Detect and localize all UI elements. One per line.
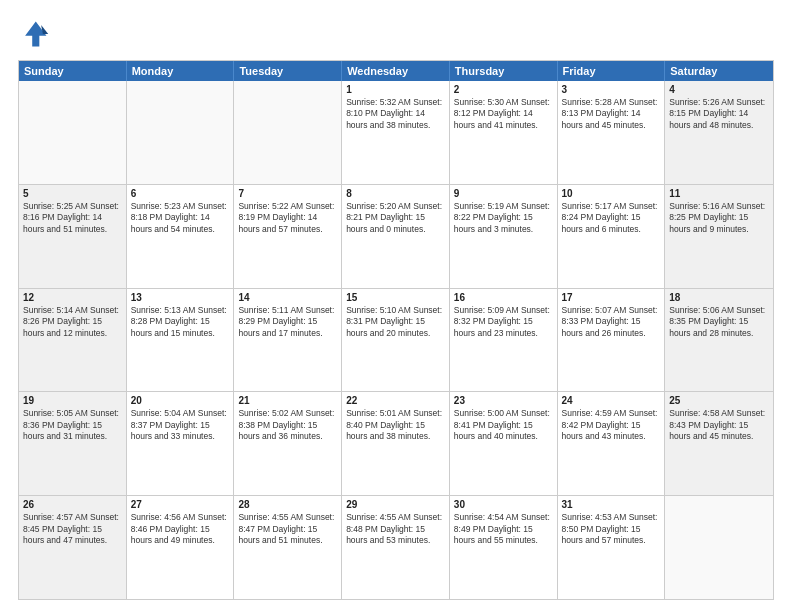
day-number: 22 xyxy=(346,395,445,406)
calendar-day: 7Sunrise: 5:22 AM Sunset: 8:19 PM Daylig… xyxy=(234,185,342,288)
calendar-day: 8Sunrise: 5:20 AM Sunset: 8:21 PM Daylig… xyxy=(342,185,450,288)
calendar-day: 12Sunrise: 5:14 AM Sunset: 8:26 PM Dayli… xyxy=(19,289,127,392)
day-number: 7 xyxy=(238,188,337,199)
day-info: Sunrise: 5:11 AM Sunset: 8:29 PM Dayligh… xyxy=(238,305,337,339)
logo-icon xyxy=(18,18,50,50)
calendar-day: 24Sunrise: 4:59 AM Sunset: 8:42 PM Dayli… xyxy=(558,392,666,495)
day-number: 10 xyxy=(562,188,661,199)
day-info: Sunrise: 4:55 AM Sunset: 8:48 PM Dayligh… xyxy=(346,512,445,546)
day-number: 11 xyxy=(669,188,769,199)
day-info: Sunrise: 5:04 AM Sunset: 8:37 PM Dayligh… xyxy=(131,408,230,442)
calendar-body: 1Sunrise: 5:32 AM Sunset: 8:10 PM Daylig… xyxy=(19,81,773,599)
day-info: Sunrise: 5:06 AM Sunset: 8:35 PM Dayligh… xyxy=(669,305,769,339)
day-info: Sunrise: 5:22 AM Sunset: 8:19 PM Dayligh… xyxy=(238,201,337,235)
day-number: 26 xyxy=(23,499,122,510)
calendar-day: 17Sunrise: 5:07 AM Sunset: 8:33 PM Dayli… xyxy=(558,289,666,392)
day-number: 1 xyxy=(346,84,445,95)
day-info: Sunrise: 5:28 AM Sunset: 8:13 PM Dayligh… xyxy=(562,97,661,131)
day-number: 8 xyxy=(346,188,445,199)
day-number: 12 xyxy=(23,292,122,303)
day-number: 31 xyxy=(562,499,661,510)
page: SundayMondayTuesdayWednesdayThursdayFrid… xyxy=(0,0,792,612)
calendar-day: 4Sunrise: 5:26 AM Sunset: 8:15 PM Daylig… xyxy=(665,81,773,184)
calendar-day xyxy=(127,81,235,184)
calendar-day: 26Sunrise: 4:57 AM Sunset: 8:45 PM Dayli… xyxy=(19,496,127,599)
calendar-day: 18Sunrise: 5:06 AM Sunset: 8:35 PM Dayli… xyxy=(665,289,773,392)
day-info: Sunrise: 4:54 AM Sunset: 8:49 PM Dayligh… xyxy=(454,512,553,546)
calendar-day xyxy=(234,81,342,184)
day-of-week-tuesday: Tuesday xyxy=(234,61,342,81)
day-number: 5 xyxy=(23,188,122,199)
day-number: 2 xyxy=(454,84,553,95)
day-number: 19 xyxy=(23,395,122,406)
day-of-week-sunday: Sunday xyxy=(19,61,127,81)
day-number: 20 xyxy=(131,395,230,406)
calendar-day: 2Sunrise: 5:30 AM Sunset: 8:12 PM Daylig… xyxy=(450,81,558,184)
day-info: Sunrise: 4:57 AM Sunset: 8:45 PM Dayligh… xyxy=(23,512,122,546)
calendar-day: 9Sunrise: 5:19 AM Sunset: 8:22 PM Daylig… xyxy=(450,185,558,288)
calendar-day: 31Sunrise: 4:53 AM Sunset: 8:50 PM Dayli… xyxy=(558,496,666,599)
calendar-day: 6Sunrise: 5:23 AM Sunset: 8:18 PM Daylig… xyxy=(127,185,235,288)
day-of-week-friday: Friday xyxy=(558,61,666,81)
calendar-week-1: 1Sunrise: 5:32 AM Sunset: 8:10 PM Daylig… xyxy=(19,81,773,184)
day-number: 14 xyxy=(238,292,337,303)
calendar-day: 13Sunrise: 5:13 AM Sunset: 8:28 PM Dayli… xyxy=(127,289,235,392)
calendar-week-5: 26Sunrise: 4:57 AM Sunset: 8:45 PM Dayli… xyxy=(19,495,773,599)
day-info: Sunrise: 5:05 AM Sunset: 8:36 PM Dayligh… xyxy=(23,408,122,442)
day-of-week-monday: Monday xyxy=(127,61,235,81)
day-info: Sunrise: 5:26 AM Sunset: 8:15 PM Dayligh… xyxy=(669,97,769,131)
day-info: Sunrise: 5:02 AM Sunset: 8:38 PM Dayligh… xyxy=(238,408,337,442)
day-number: 27 xyxy=(131,499,230,510)
day-info: Sunrise: 5:30 AM Sunset: 8:12 PM Dayligh… xyxy=(454,97,553,131)
day-number: 25 xyxy=(669,395,769,406)
day-of-week-wednesday: Wednesday xyxy=(342,61,450,81)
day-info: Sunrise: 5:25 AM Sunset: 8:16 PM Dayligh… xyxy=(23,201,122,235)
day-number: 9 xyxy=(454,188,553,199)
day-info: Sunrise: 5:14 AM Sunset: 8:26 PM Dayligh… xyxy=(23,305,122,339)
day-of-week-saturday: Saturday xyxy=(665,61,773,81)
day-number: 13 xyxy=(131,292,230,303)
calendar-day: 28Sunrise: 4:55 AM Sunset: 8:47 PM Dayli… xyxy=(234,496,342,599)
day-number: 4 xyxy=(669,84,769,95)
calendar-day: 30Sunrise: 4:54 AM Sunset: 8:49 PM Dayli… xyxy=(450,496,558,599)
day-info: Sunrise: 5:01 AM Sunset: 8:40 PM Dayligh… xyxy=(346,408,445,442)
calendar-week-2: 5Sunrise: 5:25 AM Sunset: 8:16 PM Daylig… xyxy=(19,184,773,288)
day-of-week-thursday: Thursday xyxy=(450,61,558,81)
day-number: 21 xyxy=(238,395,337,406)
day-info: Sunrise: 5:19 AM Sunset: 8:22 PM Dayligh… xyxy=(454,201,553,235)
day-number: 15 xyxy=(346,292,445,303)
day-info: Sunrise: 5:32 AM Sunset: 8:10 PM Dayligh… xyxy=(346,97,445,131)
day-info: Sunrise: 5:16 AM Sunset: 8:25 PM Dayligh… xyxy=(669,201,769,235)
calendar-day: 20Sunrise: 5:04 AM Sunset: 8:37 PM Dayli… xyxy=(127,392,235,495)
day-number: 23 xyxy=(454,395,553,406)
day-number: 17 xyxy=(562,292,661,303)
day-info: Sunrise: 5:09 AM Sunset: 8:32 PM Dayligh… xyxy=(454,305,553,339)
day-number: 18 xyxy=(669,292,769,303)
calendar-day: 27Sunrise: 4:56 AM Sunset: 8:46 PM Dayli… xyxy=(127,496,235,599)
calendar-day: 16Sunrise: 5:09 AM Sunset: 8:32 PM Dayli… xyxy=(450,289,558,392)
calendar: SundayMondayTuesdayWednesdayThursdayFrid… xyxy=(18,60,774,600)
day-number: 6 xyxy=(131,188,230,199)
day-number: 30 xyxy=(454,499,553,510)
calendar-day: 23Sunrise: 5:00 AM Sunset: 8:41 PM Dayli… xyxy=(450,392,558,495)
logo xyxy=(18,18,54,50)
calendar-day: 22Sunrise: 5:01 AM Sunset: 8:40 PM Dayli… xyxy=(342,392,450,495)
calendar-day: 11Sunrise: 5:16 AM Sunset: 8:25 PM Dayli… xyxy=(665,185,773,288)
day-info: Sunrise: 4:59 AM Sunset: 8:42 PM Dayligh… xyxy=(562,408,661,442)
day-number: 16 xyxy=(454,292,553,303)
calendar-day: 25Sunrise: 4:58 AM Sunset: 8:43 PM Dayli… xyxy=(665,392,773,495)
day-info: Sunrise: 5:07 AM Sunset: 8:33 PM Dayligh… xyxy=(562,305,661,339)
calendar-day xyxy=(19,81,127,184)
day-info: Sunrise: 5:10 AM Sunset: 8:31 PM Dayligh… xyxy=(346,305,445,339)
calendar-day: 1Sunrise: 5:32 AM Sunset: 8:10 PM Daylig… xyxy=(342,81,450,184)
calendar-day xyxy=(665,496,773,599)
calendar-header: SundayMondayTuesdayWednesdayThursdayFrid… xyxy=(19,61,773,81)
calendar-day: 19Sunrise: 5:05 AM Sunset: 8:36 PM Dayli… xyxy=(19,392,127,495)
day-info: Sunrise: 4:56 AM Sunset: 8:46 PM Dayligh… xyxy=(131,512,230,546)
day-info: Sunrise: 5:17 AM Sunset: 8:24 PM Dayligh… xyxy=(562,201,661,235)
day-info: Sunrise: 5:20 AM Sunset: 8:21 PM Dayligh… xyxy=(346,201,445,235)
calendar-day: 3Sunrise: 5:28 AM Sunset: 8:13 PM Daylig… xyxy=(558,81,666,184)
day-number: 28 xyxy=(238,499,337,510)
calendar-day: 5Sunrise: 5:25 AM Sunset: 8:16 PM Daylig… xyxy=(19,185,127,288)
calendar-day: 29Sunrise: 4:55 AM Sunset: 8:48 PM Dayli… xyxy=(342,496,450,599)
